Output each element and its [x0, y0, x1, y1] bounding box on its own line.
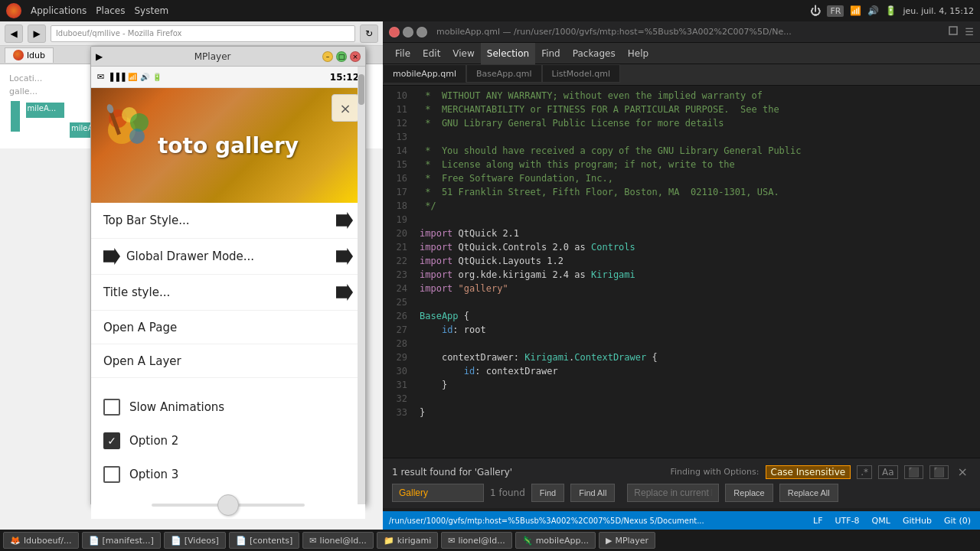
- mplayer-taskbar-icon: ▶: [606, 536, 612, 546]
- editor-close-btn[interactable]: [389, 27, 400, 37]
- taskbar-item-kirigami[interactable]: 📁 kirigami: [377, 532, 439, 549]
- videos-taskbar-icon: 📄: [171, 536, 181, 546]
- code-line-14: * You should have received a copy of the…: [420, 144, 974, 158]
- checkmark-option2: ✓: [107, 435, 116, 447]
- taskbar-item-videos[interactable]: 📄 [Videos]: [164, 532, 226, 549]
- code-line-32: [420, 392, 974, 406]
- tab-baseapp[interactable]: BaseApp.qml: [466, 64, 542, 83]
- tab-listmodel[interactable]: ListModel.qml: [542, 64, 621, 83]
- find-input-field[interactable]: [392, 484, 484, 502]
- gallery-close-button[interactable]: ×: [332, 94, 359, 122]
- minimize-button[interactable]: –: [322, 51, 333, 62]
- volume-phone-icon: 🔊: [140, 73, 149, 81]
- battery-icon[interactable]: 🔋: [885, 5, 897, 16]
- taskbar-item-mplayer[interactable]: ▶ MPlayer: [599, 532, 655, 549]
- svg-rect-7: [949, 27, 957, 34]
- taskbar-item-email2[interactable]: ✉ lionel@ld...: [441, 532, 511, 549]
- status-git[interactable]: Git (0): [941, 516, 974, 526]
- find-options-text: Finding with Options:: [670, 467, 759, 477]
- menu-item-open-page-label: Open A Page: [103, 321, 353, 334]
- taskbar-item-mobileapp[interactable]: 🦎 mobileApp...: [515, 532, 596, 549]
- status-language[interactable]: QML: [869, 516, 893, 526]
- menu-item-open-page[interactable]: Open A Page: [91, 311, 365, 344]
- menu-item-topbar[interactable]: Top Bar Style...: [91, 203, 365, 239]
- find-button[interactable]: Find: [531, 484, 564, 502]
- status-github[interactable]: GitHub: [900, 516, 935, 526]
- menu-packages[interactable]: Packages: [567, 43, 622, 64]
- tab-label: ldub: [27, 51, 45, 60]
- checkbox-option3-box[interactable]: [103, 466, 120, 483]
- power-icon[interactable]: ⏻: [810, 5, 821, 17]
- checkbox-option2-box[interactable]: ✓: [103, 432, 120, 449]
- find-close-button[interactable]: ×: [955, 465, 971, 479]
- menu-help[interactable]: Help: [622, 43, 655, 64]
- checkbox-option2-label: Option 2: [129, 434, 178, 448]
- find-all-button[interactable]: Find All: [570, 484, 615, 502]
- match-case-btn[interactable]: Aa: [878, 465, 898, 479]
- network-icon[interactable]: 📶: [850, 5, 861, 16]
- datetime[interactable]: jeu. juil. 4, 15:12: [903, 6, 974, 16]
- replace-button[interactable]: Replace: [725, 484, 773, 502]
- menu-edit[interactable]: Edit: [416, 43, 446, 64]
- menu-arrow-topbar: [336, 212, 353, 229]
- slider-thumb[interactable]: [217, 494, 239, 516]
- regex-btn[interactable]: .*: [857, 465, 872, 479]
- menu-item-open-layer[interactable]: Open A Layer: [91, 344, 365, 378]
- menu-system[interactable]: System: [134, 5, 168, 16]
- status-encoding[interactable]: UTF-8: [832, 516, 863, 526]
- replace-input-field[interactable]: [627, 484, 719, 502]
- system-bar-left: Applications Places System: [6, 3, 810, 18]
- menu-find[interactable]: Find: [535, 43, 567, 64]
- checkbox-slow-animations-box[interactable]: [103, 399, 120, 416]
- tab-mobileapp[interactable]: mobileApp.qml: [383, 64, 466, 83]
- editor-expand-icon[interactable]: [948, 25, 959, 38]
- forward-button[interactable]: ▶: [28, 24, 46, 43]
- whole-word-btn[interactable]: ⬛: [904, 465, 923, 479]
- close-button[interactable]: ×: [350, 51, 361, 62]
- back-button[interactable]: ◀: [5, 24, 23, 43]
- taskbar-email2-label: lionel@ld...: [458, 536, 505, 546]
- reload-button[interactable]: ↻: [360, 24, 378, 43]
- status-lf[interactable]: LF: [810, 516, 825, 526]
- taskbar-item-contents[interactable]: 📄 [contents]: [229, 532, 299, 549]
- checkbox-option3[interactable]: Option 3: [91, 458, 365, 491]
- menu-applications[interactable]: Applications: [31, 5, 87, 16]
- volume-icon[interactable]: 🔊: [867, 5, 879, 16]
- url-bar[interactable]: lduboeuf/qmllive - Mozilla Firefox: [51, 25, 355, 42]
- mplayer-scrollbar[interactable]: [358, 67, 365, 504]
- mplayer-titlebar: ▶ MPlayer – □ ×: [91, 47, 365, 67]
- found-count: 1 found: [490, 487, 525, 498]
- editor-min-btn[interactable]: [403, 27, 413, 37]
- taskbar-item-firefox[interactable]: 🦊 lduboeuf/...: [3, 532, 79, 549]
- replace-all-button[interactable]: Replace All: [779, 484, 838, 502]
- menu-selection[interactable]: Selection: [481, 43, 535, 64]
- menu-arrow-right-drawer: [336, 248, 353, 265]
- menu-item-drawer[interactable]: Global Drawer Mode...: [91, 239, 365, 275]
- case-insensitive-badge[interactable]: Case Insensitive: [766, 465, 851, 479]
- menu-item-title-style[interactable]: Title style...: [91, 275, 365, 311]
- checkbox-slow-animations[interactable]: Slow Animations: [91, 390, 365, 424]
- menu-places[interactable]: Places: [96, 5, 125, 16]
- browser-tab[interactable]: ldub: [5, 47, 54, 63]
- maximize-button[interactable]: □: [336, 51, 347, 62]
- editor-max-btn[interactable]: [416, 27, 427, 37]
- mplayer-icon: ▶: [96, 51, 103, 62]
- scope-btn[interactable]: ⬛: [929, 465, 949, 479]
- lang-indicator[interactable]: FR: [827, 5, 844, 17]
- code-line-24: import "gallery": [420, 282, 974, 295]
- wifi-icon: 📶: [128, 73, 137, 81]
- find-input-container: [392, 484, 484, 502]
- mplayer-scroll-thumb[interactable]: [358, 74, 364, 105]
- menu-view[interactable]: View: [446, 43, 480, 64]
- checkbox-option2[interactable]: ✓ Option 2: [91, 424, 365, 458]
- taskbar-item-manifest[interactable]: 📄 [manifest...]: [82, 532, 161, 549]
- status-icons-left: ✉ ▐▐▐ 📶 🔊 🔋: [97, 72, 162, 82]
- browser-toolbar: ◀ ▶ lduboeuf/qmllive - Mozilla Firefox ↻: [0, 21, 383, 46]
- taskbar-item-email1[interactable]: ✉ lionel@ld...: [302, 532, 373, 549]
- editor-more-icon[interactable]: ☰: [965, 26, 974, 37]
- contents-taskbar-icon: 📄: [236, 536, 247, 546]
- menu-file[interactable]: File: [389, 43, 416, 64]
- ubuntu-logo[interactable]: [6, 3, 21, 18]
- code-content[interactable]: * WITHOUT ANY WARRANTY; without even the…: [413, 86, 980, 468]
- slider-track[interactable]: [152, 504, 305, 507]
